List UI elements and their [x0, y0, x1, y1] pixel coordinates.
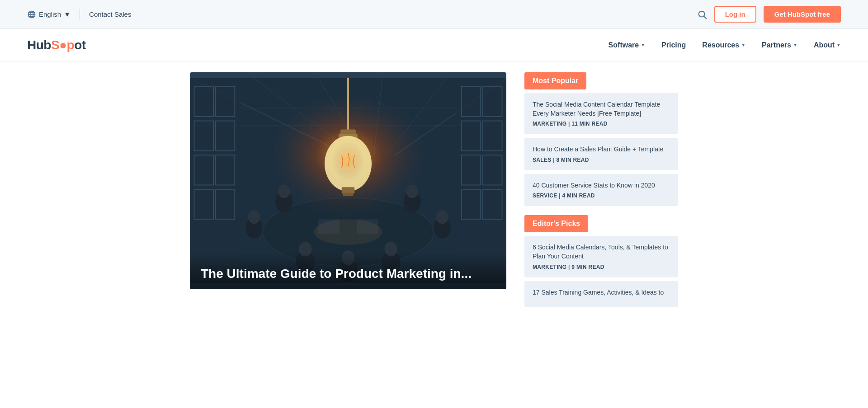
svg-point-45 [278, 185, 290, 198]
nav-item-about[interactable]: About ▼ [814, 41, 841, 49]
nav-item-partners[interactable]: Partners ▼ [762, 41, 797, 49]
main-nav: HubS●pot Software ▼ Pricing Resources ▼ … [0, 29, 868, 61]
language-chevron-icon: ▼ [64, 10, 71, 18]
top-bar: English ▼ Contact Sales Log in Get HubSp… [0, 0, 868, 29]
popular-item-3-meta: SERVICE | 4 MIN READ [533, 192, 670, 199]
globe-icon [27, 10, 36, 19]
svg-point-55 [436, 210, 448, 224]
contact-sales-link[interactable]: Contact Sales [89, 10, 131, 18]
partners-chevron-icon: ▼ [793, 42, 797, 47]
popular-item-2-meta: SALES | 8 MIN READ [533, 157, 670, 163]
svg-rect-42 [342, 187, 354, 193]
top-bar-right: Log in Get HubSpot free [697, 6, 841, 23]
top-bar-divider [80, 9, 80, 20]
hero-image[interactable]: The Ultimate Guide to Product Marketing … [190, 72, 506, 289]
editors-item-1-meta: MARKETING | 9 MIN READ [533, 264, 670, 270]
about-chevron-icon: ▼ [836, 42, 841, 47]
popular-item-3-title: 40 Customer Service Stats to Know in 202… [533, 181, 670, 190]
nav-logo[interactable]: HubS●pot [27, 38, 86, 52]
main-content: The Ultimate Guide to Product Marketing … [163, 61, 705, 316]
popular-item-2-title: How to Create a Sales Plan: Guide + Temp… [533, 145, 670, 154]
editors-item-1[interactable]: 6 Social Media Calendars, Tools, & Templ… [524, 236, 678, 277]
top-bar-left: English ▼ Contact Sales [27, 9, 131, 20]
login-button[interactable]: Log in [714, 6, 756, 23]
editors-picks-label: Editor's Picks [524, 215, 588, 232]
nav-item-pricing[interactable]: Pricing [661, 41, 686, 49]
svg-point-41 [325, 136, 372, 192]
search-button[interactable] [697, 9, 707, 19]
logo-spot: S●p [51, 38, 74, 52]
editors-item-1-title: 6 Social Media Calendars, Tools, & Templ… [533, 243, 670, 261]
software-chevron-icon: ▼ [641, 42, 645, 47]
article-title: The Ultimate Guide to Product Marketing … [201, 266, 495, 282]
resources-chevron-icon: ▼ [741, 42, 745, 47]
editors-picks-section: Editor's Picks 6 Social Media Calendars,… [524, 215, 678, 307]
editors-item-2-title: 17 Sales Training Games, Activities, & I… [533, 288, 670, 297]
svg-point-57 [248, 210, 260, 224]
language-selector[interactable]: English ▼ [27, 10, 71, 19]
article-section: The Ultimate Guide to Product Marketing … [190, 72, 506, 316]
nav-links: Software ▼ Pricing Resources ▼ Partners … [609, 41, 841, 49]
popular-item-2[interactable]: How to Create a Sales Plan: Guide + Temp… [524, 138, 678, 170]
svg-line-6 [704, 16, 706, 19]
popular-item-3[interactable]: 40 Customer Service Stats to Know in 202… [524, 174, 678, 206]
popular-item-1-title: The Social Media Content Calendar Templa… [533, 100, 670, 118]
hero-overlay: The Ultimate Guide to Product Marketing … [190, 252, 506, 289]
svg-point-47 [406, 185, 418, 198]
svg-rect-43 [343, 192, 354, 196]
nav-item-software[interactable]: Software ▼ [609, 41, 645, 49]
popular-item-1[interactable]: The Social Media Content Calendar Templa… [524, 93, 678, 134]
svg-point-60 [314, 219, 382, 245]
editors-item-2[interactable]: 17 Sales Training Games, Activities, & I… [524, 281, 678, 307]
nav-item-resources[interactable]: Resources ▼ [702, 41, 745, 49]
language-label: English [39, 10, 61, 18]
most-popular-label: Most Popular [524, 72, 586, 89]
most-popular-section: Most Popular The Social Media Content Ca… [524, 72, 678, 206]
get-hubspot-button[interactable]: Get HubSpot free [764, 6, 841, 23]
search-icon [697, 9, 707, 19]
logo-text: HubS●pot [27, 38, 86, 52]
sidebar: Most Popular The Social Media Content Ca… [524, 72, 678, 316]
popular-item-1-meta: MARKETING | 11 MIN READ [533, 121, 670, 127]
